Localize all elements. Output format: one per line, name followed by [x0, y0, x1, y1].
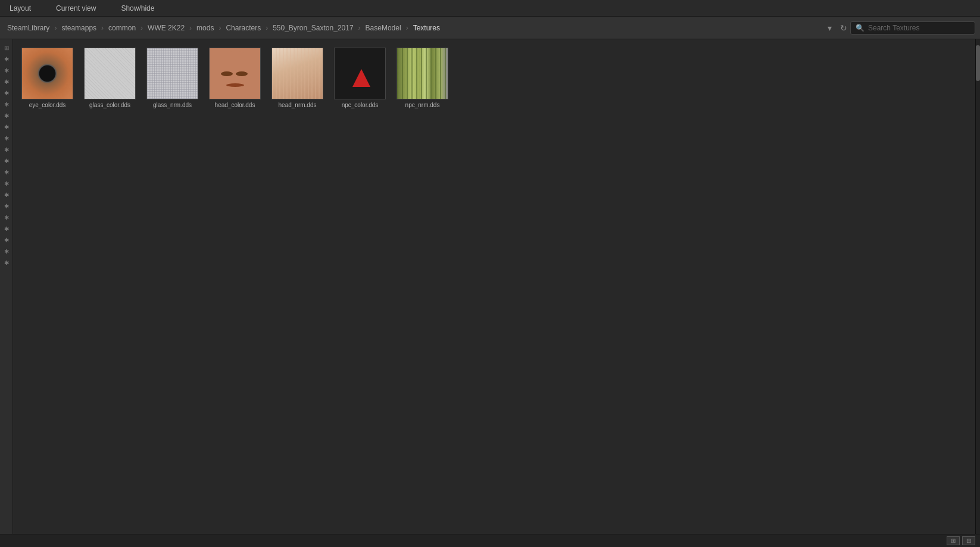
breadcrumb-characters[interactable]: Characters: [223, 23, 263, 33]
list-item[interactable]: npc_color.dds: [332, 45, 388, 111]
breadcrumb-sep-6: ›: [357, 24, 362, 32]
texture-filename-npc-nrm: npc_nrm.dds: [405, 102, 440, 108]
sidebar-icon-6[interactable]: ✱: [0, 111, 13, 121]
texture-thumbnail-head-nrm: [271, 48, 323, 99]
breadcrumb-basemodel[interactable]: BaseModel: [363, 23, 404, 33]
sidebar-icon-3[interactable]: ✱: [0, 77, 13, 87]
texture-filename-npc-color: npc_color.dds: [342, 102, 379, 108]
head-color-preview: [210, 48, 260, 99]
breadcrumb-550-byron[interactable]: 550_Byron_Saxton_2017: [270, 23, 355, 33]
breadcrumb-common[interactable]: common: [106, 23, 138, 33]
texture-filename-head-color: head_color.dds: [215, 102, 255, 108]
breadcrumb-actions: ▾ ↻: [825, 21, 850, 35]
breadcrumb-bar: SteamLibrary › steamapps › common › WWE …: [0, 17, 980, 39]
texture-filename-eye-color: eye_color.dds: [29, 102, 66, 108]
menu-current-view[interactable]: Current view: [52, 2, 99, 15]
npc-nrm-preview: [397, 48, 448, 99]
search-icon: 🔍: [856, 24, 864, 32]
head-nrm-preview: [272, 48, 323, 99]
sidebar-icon-19[interactable]: ✱: [0, 258, 13, 268]
status-view-btn-1[interactable]: ⊞: [947, 536, 960, 545]
sidebar-icon-7[interactable]: ✱: [0, 122, 13, 132]
list-item[interactable]: npc_nrm.dds: [394, 45, 451, 111]
breadcrumb-dropdown-btn[interactable]: ▾: [825, 21, 835, 35]
sidebar-icon-18[interactable]: ✱: [0, 246, 13, 257]
breadcrumb-mods[interactable]: mods: [194, 23, 216, 33]
list-item[interactable]: glass_color.dds: [82, 45, 138, 111]
breadcrumb-textures: Textures: [411, 23, 442, 33]
sidebar-icon-13[interactable]: ✱: [0, 190, 13, 200]
list-item[interactable]: head_nrm.dds: [269, 45, 326, 111]
breadcrumb-sep-4: ›: [217, 24, 222, 32]
texture-thumbnail-head-color: [209, 48, 261, 99]
sidebar-icon-1[interactable]: ✱: [0, 54, 13, 64]
status-bar: ⊞ ⊟: [0, 534, 980, 547]
sidebar-icon-11[interactable]: ✱: [0, 167, 13, 177]
list-item[interactable]: head_color.dds: [207, 45, 263, 111]
sidebar-icon-9[interactable]: ✱: [0, 145, 13, 155]
sidebar-icon-12[interactable]: ✱: [0, 179, 13, 189]
breadcrumb-sep-5: ›: [264, 24, 269, 32]
search-box: 🔍: [850, 21, 975, 35]
sidebar: ⊞ ✱ ✱ ✱ ✱ ✱ ✱ ✱ ✱ ✱ ✱ ✱ ✱ ✱ ✱ ✱ ✱ ✱ ✱ ✱: [0, 39, 13, 534]
sidebar-icon-2[interactable]: ✱: [0, 65, 13, 76]
vertical-scrollbar[interactable]: [975, 39, 980, 534]
sidebar-icon-14[interactable]: ✱: [0, 201, 13, 211]
sidebar-icon-0[interactable]: ⊞: [0, 43, 13, 53]
breadcrumb-nav: SteamLibrary › steamapps › common › WWE …: [5, 23, 825, 33]
texture-thumbnail-glass-color: [84, 48, 136, 99]
sidebar-icon-15[interactable]: ✱: [0, 212, 13, 223]
breadcrumb-sep-0: ›: [53, 24, 58, 32]
breadcrumb-sep-3: ›: [188, 24, 193, 32]
sidebar-icon-8[interactable]: ✱: [0, 133, 13, 143]
menu-bar: Layout Current view Show/hide: [0, 0, 980, 17]
eye-color-preview: [22, 48, 73, 99]
breadcrumb-steamlibrary[interactable]: SteamLibrary: [5, 23, 52, 33]
list-item[interactable]: glass_nrm.dds: [144, 45, 201, 111]
sidebar-icon-10[interactable]: ✱: [0, 156, 13, 166]
texture-thumbnail-eye-color: [21, 48, 73, 99]
search-input[interactable]: [868, 24, 970, 32]
texture-thumbnail-npc-color: [334, 48, 386, 99]
sidebar-icon-16[interactable]: ✱: [0, 224, 13, 234]
breadcrumb-sep-7: ›: [405, 24, 410, 32]
breadcrumb-wwe2k22[interactable]: WWE 2K22: [145, 23, 187, 33]
texture-filename-glass-color: glass_color.dds: [89, 102, 130, 108]
face-oval: [216, 51, 255, 98]
main-area: ⊞ ✱ ✱ ✱ ✱ ✱ ✱ ✱ ✱ ✱ ✱ ✱ ✱ ✱ ✱ ✱ ✱ ✱ ✱ ✱ …: [0, 39, 980, 534]
menu-show-hide[interactable]: Show/hide: [117, 2, 158, 15]
npc-color-preview: [335, 48, 385, 99]
list-item[interactable]: eye_color.dds: [19, 45, 76, 111]
breadcrumb-refresh-btn[interactable]: ↻: [837, 21, 850, 35]
scrollbar-thumb[interactable]: [976, 45, 980, 81]
texture-thumbnail-npc-nrm: [397, 48, 448, 99]
menu-layout[interactable]: Layout: [6, 2, 35, 15]
sidebar-icon-17[interactable]: ✱: [0, 235, 13, 245]
sidebar-icon-5[interactable]: ✱: [0, 99, 13, 110]
glass-color-preview: [85, 48, 135, 99]
file-browser-content: eye_color.dds glass_color.dds glass_nrm.…: [13, 39, 975, 534]
texture-thumbnail-glass-nrm: [146, 48, 198, 99]
status-view-btn-2[interactable]: ⊟: [962, 536, 975, 545]
sidebar-icon-4[interactable]: ✱: [0, 88, 13, 98]
texture-filename-glass-nrm: glass_nrm.dds: [153, 102, 192, 108]
breadcrumb-sep-1: ›: [100, 24, 105, 32]
breadcrumb-sep-2: ›: [139, 24, 144, 32]
texture-filename-head-nrm: head_nrm.dds: [279, 102, 317, 108]
breadcrumb-steamapps[interactable]: steamapps: [59, 23, 99, 33]
glass-nrm-preview: [147, 48, 198, 99]
